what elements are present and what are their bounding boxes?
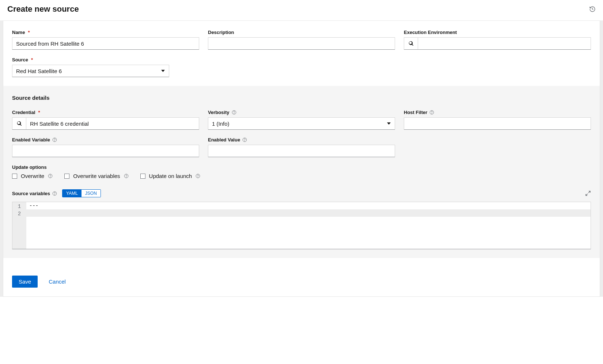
- svg-point-7: [244, 141, 245, 141]
- verbosity-label: Verbosity: [208, 110, 395, 115]
- help-icon[interactable]: [242, 137, 247, 142]
- source-variables-label: Source variables: [12, 191, 57, 196]
- checkbox[interactable]: [140, 174, 145, 179]
- cancel-button[interactable]: Cancel: [43, 276, 71, 288]
- host-filter-label: Host Filter: [404, 110, 591, 115]
- exec-env-label: Execution Environment: [404, 30, 591, 35]
- source-details-title: Source details: [12, 95, 591, 101]
- enabled-value-label: Enabled Value: [208, 137, 395, 143]
- source-variables-editor[interactable]: 1 2 ---: [12, 202, 591, 249]
- credential-search-button[interactable]: [12, 118, 26, 129]
- overwrite-label: Overwrite: [21, 173, 44, 179]
- description-label: Description: [208, 30, 395, 35]
- help-icon[interactable]: [124, 174, 129, 178]
- svg-point-15: [54, 194, 55, 194]
- editor-gutter: 1 2: [12, 202, 26, 249]
- svg-point-13: [198, 177, 198, 177]
- overwrite-variables-label: Overwrite variables: [73, 173, 120, 179]
- editor-content[interactable]: ---: [26, 202, 591, 249]
- source-select[interactable]: Red Hat Satellite 6: [12, 65, 169, 77]
- overwrite-variables-checkbox-item[interactable]: Overwrite variables: [64, 173, 128, 179]
- description-input[interactable]: [208, 37, 395, 50]
- help-icon[interactable]: [48, 174, 53, 178]
- credential-value: RH Satellite 6 credential: [26, 118, 199, 129]
- expand-icon[interactable]: [585, 190, 591, 196]
- credential-label: Credential*: [12, 110, 199, 115]
- svg-point-1: [234, 113, 234, 114]
- help-icon[interactable]: [232, 110, 236, 115]
- enabled-variable-label: Enabled Variable: [12, 137, 199, 143]
- update-on-launch-label: Update on launch: [149, 173, 192, 179]
- search-icon: [17, 121, 22, 126]
- update-on-launch-checkbox-item[interactable]: Update on launch: [140, 173, 201, 179]
- svg-point-11: [126, 177, 126, 177]
- update-options-label: Update options: [12, 164, 591, 170]
- source-label: Source*: [12, 57, 169, 62]
- enabled-variable-input[interactable]: [12, 145, 199, 157]
- name-input[interactable]: [12, 37, 199, 50]
- host-filter-input[interactable]: [404, 117, 591, 130]
- form-container: Name* Description Execution Environment: [0, 20, 603, 297]
- verbosity-select[interactable]: 1 (Info): [208, 117, 395, 130]
- save-button[interactable]: Save: [12, 276, 38, 288]
- overwrite-checkbox-item[interactable]: Overwrite: [12, 173, 53, 179]
- yaml-toggle[interactable]: YAML: [62, 190, 81, 197]
- svg-point-5: [54, 141, 55, 141]
- checkbox[interactable]: [12, 174, 17, 179]
- help-icon[interactable]: [52, 137, 57, 142]
- history-icon[interactable]: [589, 6, 596, 12]
- page-title: Create new source: [7, 4, 79, 14]
- checkbox[interactable]: [64, 174, 69, 179]
- format-toggle: YAML JSON: [62, 189, 101, 197]
- svg-point-9: [50, 177, 50, 177]
- help-icon[interactable]: [429, 110, 434, 115]
- enabled-value-input[interactable]: [208, 145, 395, 157]
- exec-env-search-button[interactable]: [404, 38, 418, 49]
- help-icon[interactable]: [196, 174, 200, 178]
- help-icon[interactable]: [52, 191, 57, 196]
- svg-point-3: [432, 113, 432, 114]
- json-toggle[interactable]: JSON: [81, 190, 100, 197]
- search-icon: [409, 41, 414, 46]
- exec-env-input[interactable]: [418, 38, 591, 49]
- name-label: Name*: [12, 30, 199, 35]
